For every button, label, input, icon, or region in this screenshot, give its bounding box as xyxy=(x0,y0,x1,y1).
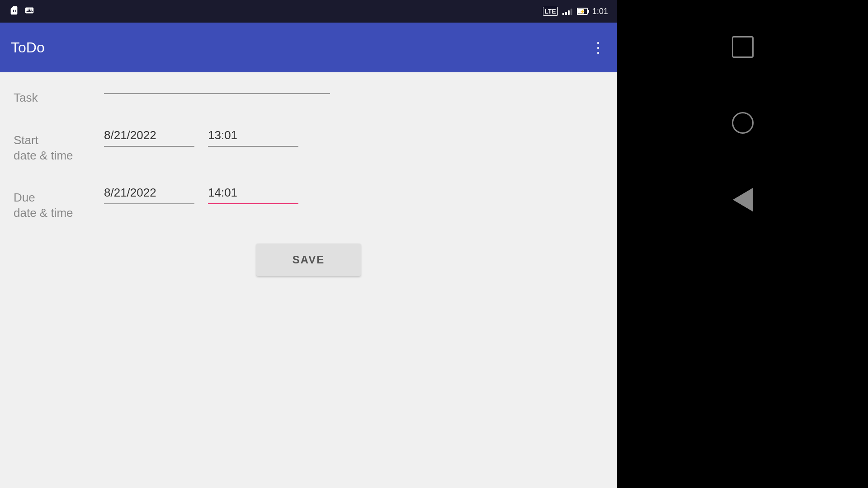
start-time-value: 13:01 xyxy=(208,128,298,146)
home-icon[interactable] xyxy=(732,112,754,134)
start-time-field[interactable]: 13:01 xyxy=(208,128,298,147)
task-underline xyxy=(104,93,330,94)
due-date-field[interactable]: 8/21/2022 xyxy=(104,186,194,204)
phone-screen: LTE ⚡ 1:01 ToDo ⋮ Task xyxy=(0,0,617,488)
save-button[interactable]: SAVE xyxy=(256,244,361,276)
status-time: 1:01 xyxy=(592,7,608,16)
sim-icon xyxy=(9,5,19,18)
due-label: Due date & time xyxy=(14,186,104,221)
due-fields: 8/21/2022 14:01 xyxy=(104,186,604,204)
status-bar-left xyxy=(9,5,34,18)
save-section: SAVE xyxy=(14,244,604,276)
start-row: Start date & time 8/21/2022 13:01 xyxy=(14,128,604,164)
lte-badge: LTE xyxy=(543,7,558,16)
app-bar: ToDo ⋮ xyxy=(0,23,617,72)
keyboard-icon xyxy=(24,5,34,18)
due-time-value: 14:01 xyxy=(208,186,298,203)
signal-icon xyxy=(562,8,572,15)
more-vert-icon[interactable]: ⋮ xyxy=(590,39,606,56)
task-label: Task xyxy=(14,86,104,106)
due-date-value: 8/21/2022 xyxy=(104,186,194,203)
start-fields: 8/21/2022 13:01 xyxy=(104,128,604,147)
due-date-underline xyxy=(104,203,194,204)
task-field-wrapper xyxy=(104,86,330,94)
due-row: Due date & time 8/21/2022 14:01 xyxy=(14,186,604,221)
app-title: ToDo xyxy=(11,39,45,56)
status-bar: LTE ⚡ 1:01 xyxy=(0,0,617,23)
content-area: Task Start date & time 8/21/2022 13:01 xyxy=(0,72,617,488)
nav-icons xyxy=(732,36,754,211)
task-row: Task xyxy=(14,86,604,106)
start-date-field[interactable]: 8/21/2022 xyxy=(104,128,194,147)
nav-bar xyxy=(617,0,868,488)
status-bar-right: LTE ⚡ 1:01 xyxy=(543,7,608,16)
due-time-field[interactable]: 14:01 xyxy=(208,186,298,204)
start-date-value: 8/21/2022 xyxy=(104,128,194,146)
task-value[interactable] xyxy=(104,86,330,89)
due-time-underline-active xyxy=(208,203,298,204)
start-time-underline xyxy=(208,146,298,147)
recent-apps-icon[interactable] xyxy=(732,36,754,58)
battery-icon: ⚡ xyxy=(577,8,588,15)
start-date-underline xyxy=(104,146,194,147)
bolt-icon: ⚡ xyxy=(580,9,585,14)
start-label: Start date & time xyxy=(14,128,104,164)
back-icon[interactable] xyxy=(733,188,753,211)
